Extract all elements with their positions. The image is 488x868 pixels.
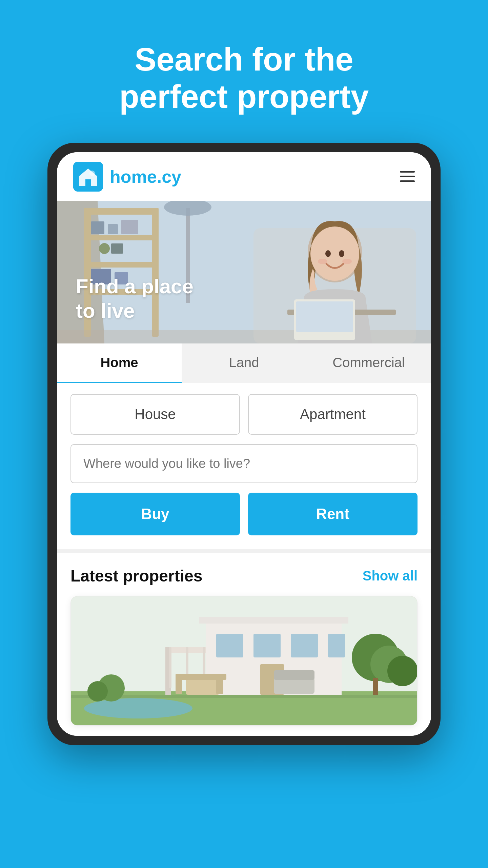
- svg-point-22: [325, 250, 331, 257]
- svg-rect-13: [111, 243, 123, 254]
- hamburger-menu-icon[interactable]: [400, 171, 415, 182]
- svg-rect-31: [71, 695, 417, 698]
- svg-rect-62: [216, 674, 223, 694]
- property-card[interactable]: [70, 596, 418, 726]
- svg-point-56: [387, 656, 417, 686]
- page-headline: Search for the perfect property: [92, 41, 396, 116]
- property-card-image: [71, 596, 417, 725]
- tab-commercial[interactable]: Commercial: [306, 343, 431, 383]
- property-type-buttons: House Apartment: [70, 394, 418, 435]
- svg-point-1: [89, 171, 95, 176]
- svg-rect-36: [169, 647, 171, 688]
- svg-point-23: [339, 250, 344, 257]
- svg-rect-4: [84, 208, 159, 215]
- svg-rect-10: [108, 224, 118, 234]
- svg-point-12: [99, 243, 110, 254]
- svg-point-32: [84, 698, 192, 718]
- property-category-tabs: Home Land Commercial: [57, 343, 431, 383]
- svg-rect-11: [121, 220, 138, 234]
- navbar: home.cy: [57, 152, 431, 201]
- hero-banner: Find a place to live: [57, 201, 431, 343]
- svg-rect-55: [373, 678, 378, 695]
- svg-rect-61: [176, 674, 182, 694]
- svg-point-25: [342, 259, 352, 264]
- phone-screen: home.cy: [57, 152, 431, 736]
- svg-rect-50: [328, 634, 345, 657]
- latest-properties-title: Latest properties: [70, 567, 202, 585]
- rent-button[interactable]: Rent: [248, 493, 418, 535]
- svg-rect-48: [253, 634, 281, 657]
- tab-home[interactable]: Home: [57, 343, 182, 383]
- logo-icon: [73, 162, 103, 192]
- logo-text: home.cy: [110, 166, 181, 187]
- show-all-link[interactable]: Show all: [363, 568, 418, 584]
- svg-rect-64: [274, 670, 314, 680]
- svg-point-21: [310, 226, 359, 281]
- buy-button[interactable]: Buy: [70, 493, 240, 535]
- latest-properties-section: Latest properties Show all: [57, 549, 431, 736]
- svg-rect-5: [84, 235, 159, 240]
- logo-area: home.cy: [73, 162, 181, 192]
- svg-rect-47: [216, 634, 243, 657]
- svg-marker-46: [199, 617, 348, 624]
- tab-land[interactable]: Land: [182, 343, 306, 383]
- svg-rect-9: [91, 221, 104, 234]
- phone-device: home.cy: [47, 143, 441, 745]
- svg-rect-6: [84, 262, 159, 268]
- action-buttons: Buy Rent: [70, 493, 418, 535]
- search-section: House Apartment Buy Rent: [57, 383, 431, 549]
- svg-point-24: [318, 259, 327, 264]
- svg-point-58: [87, 681, 108, 702]
- apartment-type-button[interactable]: Apartment: [248, 394, 418, 435]
- hero-tagline: Find a place to live: [76, 274, 194, 323]
- svg-rect-49: [291, 634, 318, 657]
- latest-properties-header: Latest properties Show all: [70, 567, 418, 585]
- location-search-input[interactable]: [70, 444, 418, 483]
- house-type-button[interactable]: House: [70, 394, 240, 435]
- svg-rect-28: [296, 301, 353, 332]
- svg-rect-59: [186, 678, 220, 695]
